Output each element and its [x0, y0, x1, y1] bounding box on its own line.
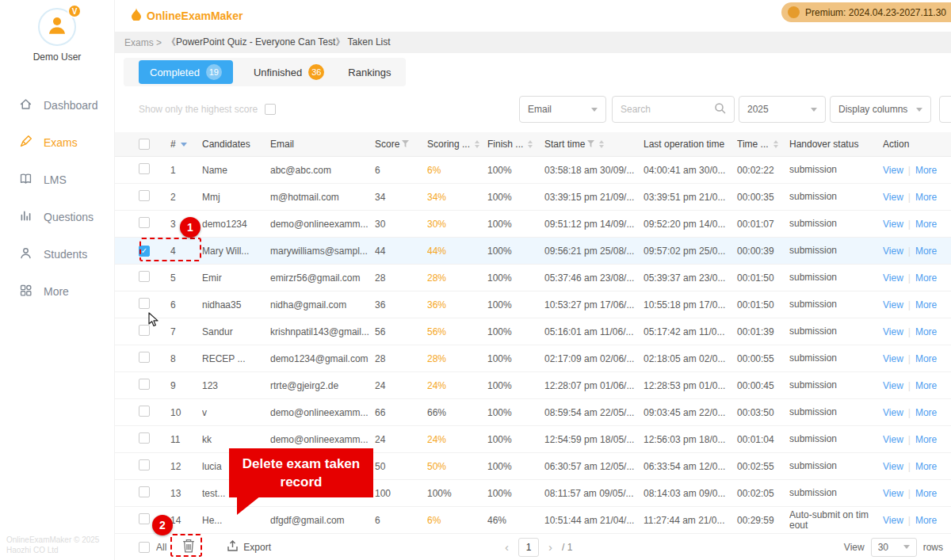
view-link[interactable]: View: [883, 353, 903, 364]
more-link[interactable]: More: [915, 353, 937, 364]
row-checkbox[interactable]: [139, 459, 150, 470]
column-header[interactable]: Handover status: [789, 139, 883, 150]
sort-arrows-icon[interactable]: [528, 140, 533, 148]
partial-button[interactable]: [939, 96, 951, 123]
column-header[interactable]: Candidates: [202, 139, 270, 150]
more-link[interactable]: More: [915, 192, 937, 203]
select-all-checkbox[interactable]: [139, 139, 150, 150]
row-checkbox[interactable]: [139, 217, 150, 228]
sort-arrows-icon[interactable]: [475, 140, 479, 148]
chevron-down-icon: [903, 545, 910, 549]
more-link[interactable]: More: [915, 299, 937, 310]
view-link[interactable]: View: [883, 407, 903, 418]
sidebar-item-questions[interactable]: Questions: [0, 198, 114, 235]
column-header[interactable]: #: [170, 139, 202, 150]
scoring-percent: 6%: [427, 165, 487, 176]
pen-icon: [19, 135, 32, 150]
handover-status: submission: [789, 353, 883, 364]
column-header[interactable]: Last operation time: [644, 139, 737, 150]
tab-unfinished[interactable]: Unfinished 36: [254, 64, 324, 80]
row-checkbox[interactable]: [139, 190, 150, 201]
filter-funnel-icon[interactable]: [587, 139, 594, 150]
export-button[interactable]: Export: [227, 540, 271, 554]
view-link[interactable]: View: [883, 515, 903, 526]
more-link[interactable]: More: [915, 165, 937, 176]
sidebar-item-students[interactable]: Students: [0, 235, 114, 272]
sidebar-item-more[interactable]: More: [0, 272, 114, 310]
avatar[interactable]: V: [38, 8, 76, 46]
time-used: 00:00:39: [737, 246, 789, 257]
search-box[interactable]: [612, 96, 735, 123]
more-link[interactable]: More: [915, 326, 937, 337]
view-link[interactable]: View: [883, 192, 903, 203]
more-link[interactable]: More: [915, 488, 937, 499]
start-time: 05:37:46 am 23/08/...: [544, 272, 644, 284]
sidebar-item-label: More: [44, 285, 69, 298]
more-link[interactable]: More: [915, 246, 937, 257]
view-link[interactable]: View: [883, 219, 903, 230]
more-link[interactable]: More: [915, 515, 937, 526]
row-checkbox[interactable]: [139, 379, 150, 390]
row-checkbox[interactable]: [139, 352, 150, 363]
highest-score-checkbox[interactable]: [265, 104, 276, 115]
more-link[interactable]: More: [915, 219, 937, 230]
breadcrumb-section[interactable]: Exams >: [124, 37, 162, 48]
row-checkbox[interactable]: [139, 163, 150, 174]
year-filter-dropdown[interactable]: 2025: [739, 96, 826, 123]
sort-desc-icon: [181, 143, 187, 147]
sidebar-item-lms[interactable]: LMS: [0, 161, 114, 198]
current-page[interactable]: 1: [518, 538, 539, 557]
view-link[interactable]: View: [883, 461, 903, 472]
more-link[interactable]: More: [915, 407, 937, 418]
row-checkbox[interactable]: [139, 486, 150, 497]
row-checkbox[interactable]: [139, 513, 150, 524]
column-header[interactable]: Time ...: [737, 139, 789, 150]
view-link[interactable]: View: [883, 434, 903, 445]
rows-per-page-select[interactable]: 30: [871, 538, 917, 557]
column-header[interactable]: Action: [883, 139, 951, 150]
column-header[interactable]: Start time: [544, 139, 644, 150]
row-checkbox[interactable]: [139, 432, 150, 444]
row-checkbox[interactable]: [139, 406, 150, 417]
time-used: 00:02:55: [737, 461, 789, 472]
tab-rankings[interactable]: Rankings: [348, 67, 391, 78]
more-link[interactable]: More: [915, 380, 937, 391]
row-checkbox[interactable]: [139, 325, 150, 336]
row-checkbox[interactable]: [139, 271, 150, 282]
row-checkbox[interactable]: [139, 298, 150, 309]
view-link[interactable]: View: [883, 299, 903, 310]
search-icon: [714, 102, 726, 116]
view-link[interactable]: View: [883, 326, 903, 337]
more-link[interactable]: More: [915, 461, 937, 472]
column-header[interactable]: Email: [270, 139, 375, 150]
filter-funnel-icon[interactable]: [402, 139, 409, 150]
sidebar-item-label: Exams: [44, 136, 78, 149]
email-filter-dropdown[interactable]: Email: [519, 96, 606, 123]
view-link[interactable]: View: [883, 272, 903, 284]
view-link[interactable]: View: [883, 246, 903, 257]
more-link[interactable]: More: [915, 434, 937, 445]
bar-chart-icon: [19, 209, 32, 225]
view-link[interactable]: View: [883, 380, 903, 391]
view-link[interactable]: View: [883, 488, 903, 499]
column-header[interactable]: Score: [375, 139, 427, 150]
sidebar-item-exams[interactable]: Exams: [0, 124, 114, 161]
select-all-footer-checkbox[interactable]: [139, 542, 150, 553]
sort-arrows-icon[interactable]: [773, 140, 778, 148]
column-header[interactable]: Finish ...: [487, 139, 544, 150]
search-input[interactable]: [621, 104, 714, 115]
view-link[interactable]: View: [883, 165, 903, 176]
sidebar-item-dashboard[interactable]: Dashboard: [0, 86, 114, 124]
action-separator: |: [908, 380, 911, 391]
sort-arrows-icon[interactable]: [599, 140, 604, 148]
chevron-down-icon: [591, 108, 598, 112]
finish-percent: 100%: [487, 299, 544, 310]
more-link[interactable]: More: [915, 272, 937, 284]
prev-page-button[interactable]: ‹: [505, 540, 509, 554]
column-header[interactable]: Scoring ...: [427, 139, 487, 150]
finish-percent: 100%: [487, 488, 544, 499]
display-columns-dropdown[interactable]: Display columns: [830, 96, 931, 123]
tab-completed[interactable]: Completed 19: [139, 60, 233, 84]
next-page-button[interactable]: ›: [548, 540, 552, 554]
score-value: 28: [375, 272, 427, 284]
